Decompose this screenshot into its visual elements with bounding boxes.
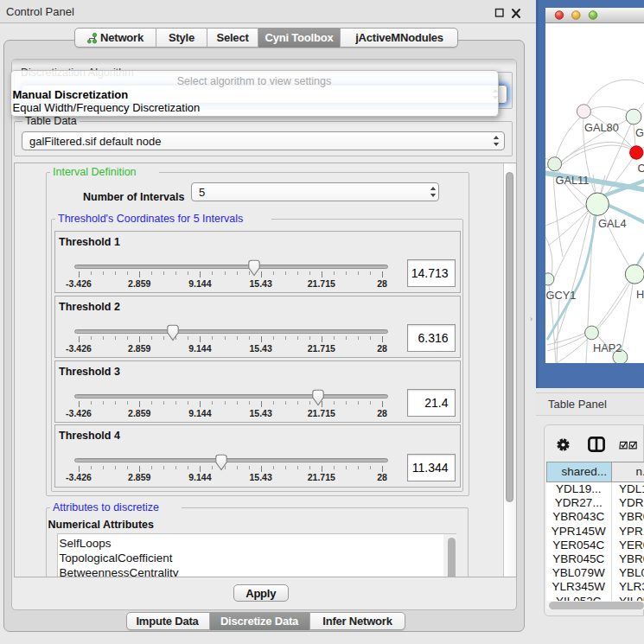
svg-text:GAL4: GAL4 [598,217,627,230]
svg-text:C: C [638,162,644,175]
svg-text:HAP2: HAP2 [593,341,622,354]
svg-text:GA: GA [635,126,644,139]
svg-text:GAL80: GAL80 [584,121,619,134]
svg-text:GAL11: GAL11 [556,174,590,187]
svg-text:GCY1: GCY1 [546,289,577,302]
svg-text:H: H [636,288,644,301]
